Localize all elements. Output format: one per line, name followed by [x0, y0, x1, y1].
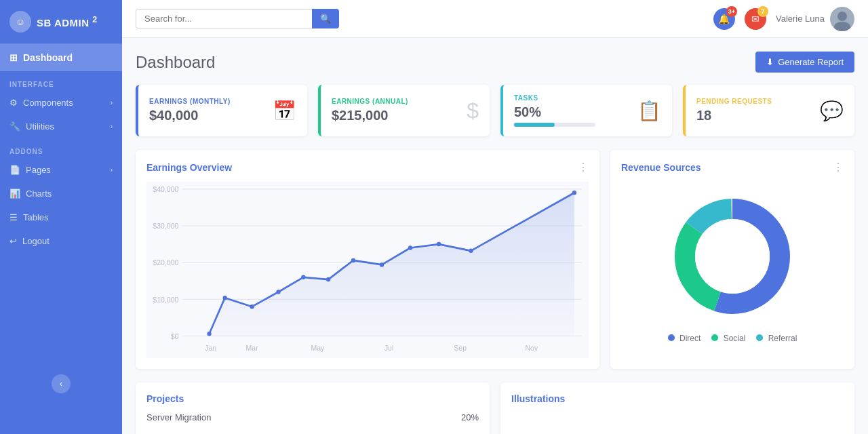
- svg-point-21: [207, 332, 211, 336]
- earnings-chart-menu-button[interactable]: ⋮: [578, 161, 589, 174]
- projects-card: Projects Server Migration 20%: [136, 382, 490, 434]
- chevron-right-icon-3: ›: [111, 166, 113, 174]
- download-icon: ⬇: [766, 57, 774, 67]
- notifications-button[interactable]: 🔔 3+: [713, 8, 735, 30]
- projects-title: Projects: [146, 393, 479, 404]
- direct-legend-dot: [668, 334, 675, 341]
- donut-chart: Direct Social Referral: [621, 182, 844, 350]
- search-button[interactable]: 🔍: [312, 9, 339, 28]
- messages-button[interactable]: ✉ 7: [745, 8, 766, 30]
- dashboard-icon: ⊞: [9, 52, 18, 63]
- referral-legend-dot: [756, 334, 763, 341]
- stat-card-earnings-monthly: EARNINGS (MONTHLY) $40,000 📅: [136, 85, 307, 136]
- charts-icon: 📊: [9, 189, 20, 199]
- sidebar-item-utilities[interactable]: 🔧 Utilities ›: [0, 115, 122, 138]
- search-form: 🔍: [136, 9, 339, 28]
- chevron-right-icon-2: ›: [111, 123, 113, 130]
- svg-text:May: May: [311, 344, 324, 352]
- sidebar-item-pages[interactable]: 📄 Pages ›: [0, 158, 122, 182]
- svg-point-24: [276, 290, 280, 294]
- svg-text:Jan: Jan: [205, 344, 216, 352]
- earnings-chart-title: Earnings Overview: [146, 162, 232, 173]
- svg-point-31: [469, 249, 473, 254]
- brand-icon: ☺: [9, 11, 31, 33]
- tasks-icon: 📋: [637, 100, 661, 122]
- svg-point-1: [837, 12, 847, 21]
- svg-text:$30,000: $30,000: [153, 222, 178, 230]
- progress-bar-fill: [514, 123, 555, 127]
- pages-icon: 📄: [9, 165, 20, 175]
- dollar-icon: $: [467, 98, 479, 123]
- tables-icon: ☰: [9, 212, 18, 222]
- svg-text:Jul: Jul: [384, 344, 393, 352]
- sidebar-brand[interactable]: ☺ SB ADMIN 2: [0, 0, 122, 44]
- search-input[interactable]: [136, 9, 312, 28]
- social-legend-dot: [711, 334, 718, 341]
- topbar: 🔍 🔔 3+ ✉ 7 Valerie Luna: [122, 0, 868, 38]
- svg-point-23: [250, 304, 254, 309]
- sidebar-section-interface: INTERFACE: [0, 71, 122, 91]
- line-chart: $40,000 $30,000 $20,000 $10,000 $0 Jan M…: [146, 182, 589, 358]
- svg-point-25: [301, 275, 305, 280]
- donut-chart-svg: [665, 189, 800, 324]
- revenue-chart-title: Revenue Sources: [621, 162, 701, 173]
- sidebar: ☺ SB ADMIN 2 ⊞ Dashboard INTERFACE ⚙ Com…: [0, 0, 122, 434]
- stat-cards: EARNINGS (MONTHLY) $40,000 📅 EARNINGS (A…: [136, 85, 854, 136]
- illustrations-card: Illustrations: [500, 382, 854, 434]
- svg-text:$10,000: $10,000: [153, 296, 178, 304]
- earnings-overview-card: Earnings Overview ⋮ $40,000: [136, 150, 599, 369]
- logout-icon: ↩: [9, 236, 17, 246]
- stat-card-earnings-annual: EARNINGS (ANNUAL) $215,000 $: [318, 85, 490, 136]
- line-chart-svg: $40,000 $30,000 $20,000 $10,000 $0 Jan M…: [146, 182, 589, 358]
- sidebar-toggle-button[interactable]: ‹: [52, 374, 71, 393]
- svg-text:$0: $0: [171, 332, 179, 340]
- svg-point-32: [572, 191, 576, 195]
- svg-point-22: [223, 296, 227, 300]
- utilities-icon: 🔧: [9, 121, 20, 132]
- user-menu[interactable]: Valerie Luna: [776, 7, 854, 31]
- page-title: Dashboard: [136, 53, 215, 72]
- stat-card-pending: PENDING REQUESTS 18 💬: [683, 85, 854, 136]
- search-icon: 🔍: [320, 14, 331, 24]
- calendar-icon: 📅: [273, 100, 296, 122]
- donut-legend: Direct Social Referral: [668, 334, 797, 343]
- svg-point-28: [380, 262, 384, 267]
- main-content: 🔍 🔔 3+ ✉ 7 Valerie Luna: [122, 0, 868, 434]
- svg-point-30: [437, 242, 441, 247]
- svg-text:Nov: Nov: [526, 344, 538, 352]
- generate-report-button[interactable]: ⬇ Generate Report: [755, 52, 854, 73]
- project-row: Server Migration 20%: [146, 412, 479, 422]
- messages-badge: 7: [757, 6, 768, 17]
- chevron-right-icon: ›: [111, 99, 113, 106]
- progress-bar-bg: [514, 123, 595, 127]
- svg-text:Sep: Sep: [454, 344, 467, 352]
- sidebar-section-addons: ADDONS: [0, 138, 122, 158]
- avatar: [830, 7, 854, 31]
- bottom-row: Projects Server Migration 20% Illustrati…: [136, 382, 854, 434]
- svg-point-27: [351, 258, 355, 263]
- svg-point-26: [326, 277, 330, 282]
- sidebar-item-logout[interactable]: ↩ Logout: [0, 229, 122, 253]
- svg-text:$20,000: $20,000: [153, 258, 178, 267]
- svg-text:Mar: Mar: [246, 344, 259, 352]
- topbar-right: 🔔 3+ ✉ 7 Valerie Luna: [713, 7, 854, 31]
- page-content: Dashboard ⬇ Generate Report EARNINGS (MO…: [122, 38, 868, 434]
- sidebar-item-charts[interactable]: 📊 Charts: [0, 182, 122, 205]
- brand-name: SB ADMIN 2: [37, 15, 98, 28]
- svg-text:$40,000: $40,000: [153, 185, 178, 193]
- revenue-chart-menu-button[interactable]: ⋮: [833, 161, 844, 174]
- charts-row: Earnings Overview ⋮ $40,000: [136, 150, 854, 369]
- components-icon: ⚙: [9, 98, 18, 108]
- sidebar-item-dashboard[interactable]: ⊞ Dashboard: [0, 44, 122, 71]
- sidebar-item-tables[interactable]: ☰ Tables: [0, 205, 122, 229]
- comment-icon: 💬: [820, 100, 844, 122]
- svg-point-36: [695, 219, 770, 294]
- user-name: Valerie Luna: [776, 14, 825, 24]
- illustrations-title: Illustrations: [511, 393, 844, 404]
- content-header: Dashboard ⬇ Generate Report: [136, 52, 854, 73]
- svg-point-29: [408, 245, 412, 250]
- notifications-badge: 3+: [726, 6, 737, 17]
- sidebar-item-components[interactable]: ⚙ Components ›: [0, 91, 122, 115]
- revenue-sources-card: Revenue Sources ⋮: [610, 150, 854, 369]
- stat-card-tasks: TASKS 50% 📋: [500, 85, 672, 136]
